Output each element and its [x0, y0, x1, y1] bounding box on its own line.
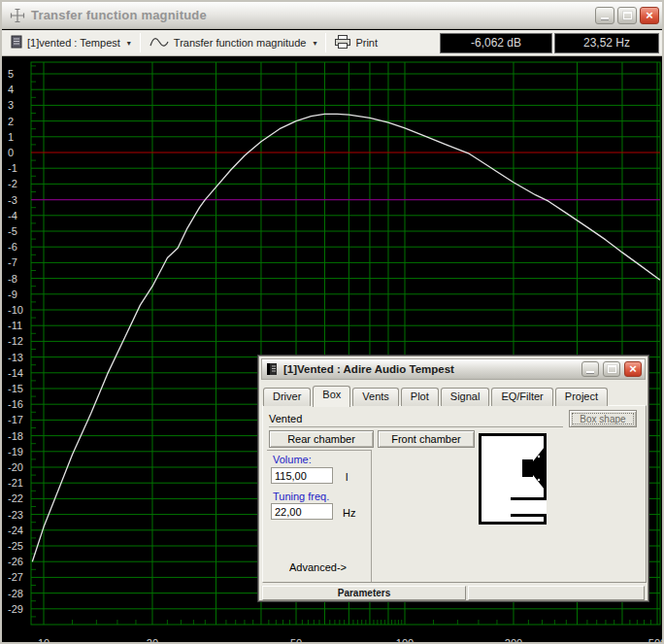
svg-text:-19: -19: [8, 446, 23, 458]
svg-text:200: 200: [505, 637, 522, 644]
close-icon: ×: [629, 362, 637, 375]
svg-text:-22: -22: [8, 492, 23, 504]
close-button[interactable]: ×: [640, 7, 659, 24]
sine-wave-icon: [149, 36, 169, 51]
svg-text:-9: -9: [8, 288, 17, 300]
project-selector-label: [1]vented : Tempest: [27, 37, 120, 49]
project-selector[interactable]: [1]vented : Tempest ▾: [4, 32, 138, 53]
dialog-minimize-button[interactable]: [581, 361, 599, 377]
plot-type-selector[interactable]: Transfer function magnitude ▾: [143, 32, 324, 53]
svg-text:-6: -6: [8, 241, 17, 253]
svg-text:-11: -11: [8, 320, 22, 331]
svg-text:-8: -8: [8, 273, 17, 285]
svg-text:-16: -16: [8, 398, 23, 410]
print-button-label: Print: [355, 37, 378, 49]
svg-text:-5: -5: [8, 225, 17, 237]
svg-text:-18: -18: [8, 430, 23, 442]
minimize-icon: [586, 365, 594, 373]
svg-text:-1: -1: [8, 162, 17, 174]
minimize-icon: [601, 12, 609, 19]
dialog-close-button[interactable]: ×: [624, 361, 642, 377]
svg-text:2: 2: [8, 116, 14, 127]
close-icon: ×: [646, 9, 653, 21]
svg-text:-21: -21: [8, 477, 23, 489]
minimize-button[interactable]: [595, 7, 614, 24]
svg-text:20: 20: [147, 637, 158, 644]
tuning-freq-label: Tuning freq.: [273, 491, 329, 502]
maximize-icon: [623, 12, 632, 19]
svg-text:-25: -25: [8, 540, 23, 552]
status-bar-section: [468, 586, 645, 600]
chevron-down-icon: ▾: [313, 39, 316, 48]
maximize-button[interactable]: [617, 7, 637, 24]
svg-text:-4: -4: [8, 210, 17, 221]
svg-text:3: 3: [8, 99, 14, 111]
volume-unit: l: [346, 471, 348, 483]
tab-project[interactable]: Project: [555, 388, 608, 406]
svg-text:-7: -7: [8, 256, 17, 268]
rear-chamber-button[interactable]: Rear chamber: [269, 430, 374, 448]
svg-text:-26: -26: [8, 556, 23, 567]
tab-signal[interactable]: Signal: [441, 388, 490, 406]
tuning-freq-unit: Hz: [343, 507, 355, 519]
svg-text:-23: -23: [8, 509, 23, 521]
vent-opening: [542, 499, 547, 516]
svg-text:1: 1: [8, 131, 14, 143]
toolbar: [1]vented : Tempest ▾ Transfer function …: [2, 30, 662, 56]
dialog-tabs: DriverBoxVentsPlotSignalEQ/FilterProject: [263, 385, 610, 406]
svg-text:-12: -12: [8, 335, 23, 347]
notebook-icon: [265, 362, 279, 376]
svg-text:5: 5: [8, 68, 14, 80]
svg-text:-2: -2: [8, 178, 17, 189]
svg-text:-3: -3: [8, 194, 17, 206]
svg-text:-27: -27: [8, 571, 23, 583]
tab-plot[interactable]: Plot: [401, 388, 439, 406]
tab-driver[interactable]: Driver: [263, 388, 311, 406]
box-shape-button[interactable]: Box shape: [569, 410, 637, 427]
parameters-button[interactable]: Parameters: [262, 586, 466, 600]
svg-text:500: 500: [648, 637, 664, 644]
tab-vents[interactable]: Vents: [352, 388, 399, 406]
svg-text:4: 4: [8, 84, 14, 95]
dialog-status-bar: Parameters: [261, 586, 646, 600]
svg-text:-28: -28: [8, 588, 23, 599]
box-dialog: [1]Vented : Adire Audio Tempest × Driver…: [257, 355, 649, 602]
window-title: Transfer function magnitude: [31, 8, 207, 22]
front-chamber-button[interactable]: Front chamber: [378, 430, 475, 448]
svg-text:-17: -17: [8, 414, 23, 425]
svg-text:-24: -24: [8, 525, 23, 536]
svg-text:100: 100: [396, 637, 414, 644]
plot-type-selector-label: Transfer function magnitude: [174, 37, 307, 49]
printer-icon: [335, 35, 350, 51]
maximize-icon: [608, 365, 616, 373]
svg-text:-20: -20: [8, 461, 23, 473]
svg-text:10: 10: [38, 637, 50, 644]
print-button[interactable]: Print: [328, 32, 384, 53]
svg-text:-15: -15: [8, 383, 23, 394]
document-icon: [11, 35, 22, 51]
dialog-title-bar[interactable]: [1]Vented : Adire Audio Tempest ×: [261, 358, 646, 380]
tuning-freq-field[interactable]: 22,00: [271, 503, 333, 520]
app-window: Transfer function magnitude × [1]vented …: [0, 0, 664, 644]
svg-text:-14: -14: [8, 367, 23, 379]
svg-text:0: 0: [8, 147, 14, 158]
box-diagram: [479, 433, 547, 528]
magnitude-readout: -6,062 dB: [440, 33, 552, 53]
chevron-down-icon: ▾: [127, 39, 131, 48]
toolbar-separator: [140, 33, 141, 52]
title-bar[interactable]: Transfer function magnitude ×: [2, 2, 662, 29]
svg-text:-10: -10: [8, 304, 23, 316]
tab-box[interactable]: Box: [313, 386, 350, 407]
frequency-readout: 23,52 Hz: [554, 33, 659, 53]
svg-text:50: 50: [290, 637, 302, 644]
svg-text:-13: -13: [8, 352, 23, 363]
crosshair-icon: [10, 8, 25, 23]
dialog-title: [1]Vented : Adire Audio Tempest: [283, 363, 454, 375]
toolbar-separator: [325, 33, 326, 52]
tab-eq-filter[interactable]: EQ/Filter: [491, 388, 552, 406]
volume-label: Volume:: [273, 454, 312, 465]
volume-field[interactable]: 115,00: [271, 467, 333, 484]
advanced-button[interactable]: Advanced->: [289, 561, 347, 573]
svg-text:-29: -29: [8, 603, 23, 615]
dialog-maximize-button[interactable]: [603, 361, 620, 377]
